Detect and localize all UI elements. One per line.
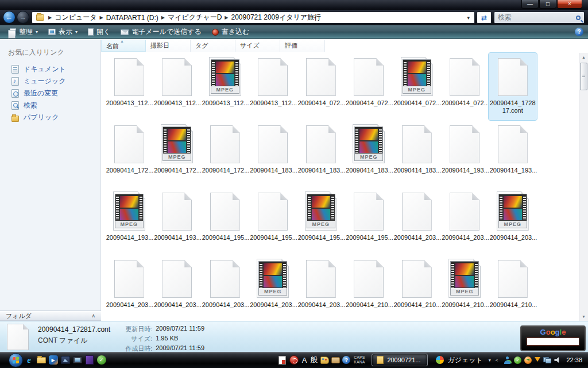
file-icon-area [450,122,479,163]
file-item[interactable]: MPEG20090413_112... [201,53,249,120]
breadcrumb-segment-computer[interactable]: コンピュータ [55,13,96,22]
network-icon[interactable] [543,357,551,363]
app-shortcut-icon[interactable] [84,355,95,366]
file-item[interactable]: 20090414_195... [345,187,393,255]
file-item[interactable]: 20090414_203... [441,187,489,255]
sidebar-item-documents[interactable]: ドキュメント [0,63,100,75]
taskbar-window-button[interactable]: 20090721... [372,354,428,366]
file-item[interactable]: 20090414_072... [297,53,345,120]
column-header-date-taken[interactable]: 撮影日 [146,40,191,52]
file-item[interactable]: MPEG20090414_203... [489,187,537,255]
file-item[interactable]: 20090414_203... [393,187,441,255]
address-dropdown-icon[interactable]: ▾ [467,15,470,21]
file-item[interactable]: MPEG20090414_203... [249,255,297,322]
notification-document-icon[interactable] [278,356,286,365]
file-item[interactable]: 20090414_183... [249,120,297,187]
file-item[interactable]: MPEG20090414_193... [105,187,153,255]
file-item[interactable]: 20090414_172817.cont [489,53,537,120]
file-item[interactable]: 20090414_193... [441,120,489,187]
scrollbar-thumb[interactable] [580,63,587,90]
refresh-button[interactable]: ⇄ [477,12,492,24]
file-item[interactable]: 20090414_203... [153,255,202,322]
file-item[interactable]: 20090414_193... [153,187,202,255]
photo-viewer-icon[interactable] [60,355,71,366]
vertical-scrollbar[interactable]: ▲ ▼ [579,53,588,321]
scroll-up-icon[interactable]: ▲ [579,53,588,62]
file-item[interactable]: 20090414_210... [345,255,393,322]
file-item[interactable]: 20090414_203... [201,255,249,322]
ime-help-icon[interactable]: ? [342,356,350,364]
messenger-icon[interactable]: ✓ [96,355,107,366]
ime-toolbox-icon[interactable] [331,357,340,363]
file-item[interactable]: MPEG20090414_210... [441,255,489,322]
search-input[interactable]: 検索 [494,12,585,24]
file-item[interactable]: MPEG20090414_072... [393,53,441,120]
column-header-tags[interactable]: タグ [191,40,235,52]
open-button[interactable]: 開く [83,26,115,38]
taskbar-clock[interactable]: 22:38 [566,356,582,363]
file-item[interactable]: 20090414_203... [105,255,153,322]
column-header-rating[interactable]: 評価 [280,40,325,52]
views-button[interactable]: 表示 ▾ [43,26,83,38]
file-item[interactable]: 20090414_183... [297,120,345,187]
ime-palette-icon[interactable] [320,356,329,364]
gadgets-dropdown-icon[interactable]: ▾ [489,358,491,363]
file-item[interactable]: 20090414_183... [393,120,441,187]
tray-security-check-icon[interactable]: ✓ [514,356,521,364]
ime-input-mode[interactable]: A [302,356,307,365]
file-item[interactable]: 20090414_195... [249,187,297,255]
organize-button[interactable]: 整理 ▾ [5,26,43,38]
tray-download-arrow-icon[interactable] [535,357,540,365]
forward-button[interactable]: → [17,11,29,24]
file-item[interactable]: 20090414_172... [105,120,153,187]
file-item[interactable]: 20090413_112... [249,53,297,120]
folders-expander[interactable]: フォルダ ∧ [0,310,101,321]
folder-shortcut-icon[interactable] [36,355,47,366]
start-button[interactable] [9,353,23,367]
file-item[interactable]: 20090414_210... [393,255,441,322]
file-item[interactable]: 20090413_112... [153,53,202,120]
sidebar-item-public[interactable]: パブリック [0,112,100,124]
file-item[interactable]: 20090414_072... [441,53,489,120]
show-desktop-icon[interactable] [72,355,83,366]
notification-red-icon[interactable] [289,355,299,365]
file-item[interactable]: MPEG20090414_183... [345,120,393,187]
file-item[interactable]: MPEG20090414_172... [153,120,202,187]
close-button[interactable]: × [557,0,582,9]
file-item[interactable]: 20090414_172... [201,120,249,187]
tray-user-icon[interactable] [504,356,511,364]
internet-explorer-icon[interactable]: e [24,355,34,366]
scroll-down-icon[interactable]: ▼ [579,312,588,321]
minimize-button[interactable]: — [521,0,539,9]
file-item[interactable]: 20090414_203... [297,255,345,322]
gadgets-label: ガジェット [447,355,482,365]
tray-update-icon[interactable] [524,356,532,364]
sidebar-item-searches[interactable]: 検索 [0,99,100,112]
breadcrumb-segment-pictures[interactable]: マイピクチャーD [168,13,222,22]
file-item[interactable]: 20090413_112... [105,53,153,120]
breadcrumb-segment-current[interactable]: 20090721 2009イタリア旅行 [231,13,322,22]
sidebar-item-recent-changes[interactable]: 最近の変更 [0,87,100,99]
sidebar-item-music[interactable]: ミュージック [0,75,100,87]
column-header-size[interactable]: サイズ [235,40,280,52]
file-item[interactable]: 20090414_210... [489,255,537,322]
maximize-button[interactable]: □ [539,0,556,9]
file-item[interactable]: 20090414_193... [489,120,537,187]
ime-conversion-mode[interactable]: 般 [310,355,318,365]
gadgets-button[interactable]: ガジェット [436,355,482,365]
burn-button[interactable]: 書き込む [207,26,255,38]
gadget-search-input[interactable] [527,338,579,346]
back-button[interactable]: ← [3,11,16,24]
column-header-name[interactable]: 名前 ▲ [101,40,146,52]
file-item[interactable]: MPEG20090414_195... [297,187,345,255]
file-item[interactable]: 20090414_195... [201,187,249,255]
breadcrumb-segment-drive[interactable]: DATAPART1 (D:) [106,14,158,22]
tray-collapse-icon[interactable]: < [496,358,498,363]
address-bar[interactable]: ▶ コンピュータ ▶ DATAPART1 (D:) ▶ マイピクチャーD ▶ 2… [32,12,475,24]
file-item[interactable]: 20090414_072... [345,53,393,120]
help-button[interactable]: ? [575,28,583,36]
email-button[interactable]: 電子メールで送信する [115,26,206,38]
ime-caps-kana-state[interactable]: CAPS KANA [354,355,365,365]
volume-icon[interactable] [554,357,560,363]
media-player-icon[interactable]: ▶ [48,355,59,366]
